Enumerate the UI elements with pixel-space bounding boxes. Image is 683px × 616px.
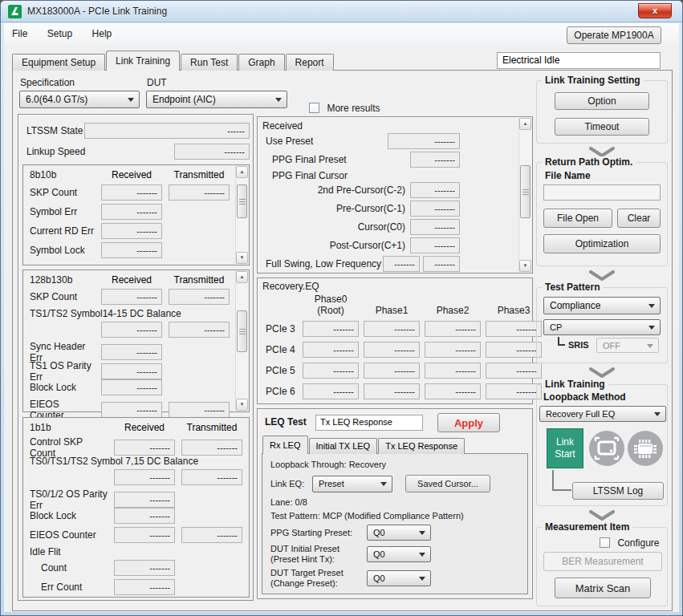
table-row: TS0/1/2 OS Parity Err ------- (30, 488, 242, 505)
table-row: PPG Final Preset ------- (262, 152, 460, 168)
table-row: Current RD Err ------- (30, 223, 230, 239)
link-training-page: Specification 6.0(64.0 GT/s) DUT Endpoin… (12, 70, 673, 611)
option-button[interactable]: Option (555, 92, 649, 110)
scroll-up-icon[interactable]: ▲ (519, 118, 531, 130)
idle-flit-label: Idle Flit (30, 546, 242, 559)
table-row: TS1 OS Parity Err ------- (30, 360, 230, 376)
row-label: PCIe 3 (262, 323, 298, 334)
dc-balance-label: TS1/TS2 Symbol14-15 DC Balance (30, 308, 230, 321)
configure-checkbox[interactable] (600, 537, 610, 548)
link-start-connector-line (552, 470, 571, 491)
lane-label: Lane: 0/8 (270, 497, 519, 507)
sris-select[interactable]: OFF (596, 338, 659, 353)
timeout-button[interactable]: Timeout (555, 118, 649, 136)
tab-run-test[interactable]: Run Test (181, 54, 238, 71)
file-name-textbox[interactable] (543, 184, 661, 201)
tab-rx-leq[interactable]: Rx LEQ (262, 436, 308, 454)
scroll-down-icon[interactable]: ▼ (519, 260, 531, 272)
1b1b-title: 1b1b (30, 422, 108, 433)
tab-tx-leq-response[interactable]: Tx LEQ Response (378, 438, 465, 454)
scroll-down-icon[interactable]: ▼ (236, 252, 248, 264)
clear-button[interactable]: Clear (617, 209, 661, 228)
menu-bar: File Setup Help Operate MP1900A (4, 23, 679, 46)
sris-connector-line (558, 337, 565, 346)
dut-target-preset-select[interactable]: Q0 (367, 570, 431, 586)
configure-option: Configure (600, 535, 659, 549)
menu-file[interactable]: File (4, 23, 35, 39)
scrollbar[interactable]: ▲ ▼ (518, 118, 531, 272)
scroll-up-icon[interactable]: ▲ (236, 166, 248, 178)
ber-measurement-button[interactable]: BER Measurement (543, 552, 662, 571)
row-label: PCIe 5 (262, 365, 298, 376)
table-row: Symbol Lock ------- (30, 242, 230, 258)
app-window: MX183000A - PCIe Link Training x File Se… (0, 0, 683, 616)
leq-test-panel: LEQ Test Tx LEQ Response Apply Rx LEQ In… (257, 408, 533, 599)
scrollbar[interactable]: ▲ ▼ (235, 166, 248, 264)
row-label: PCIe 4 (262, 344, 298, 355)
scroll-up-icon[interactable]: ▲ (236, 271, 248, 283)
optimization-button[interactable]: Optimization (543, 234, 661, 253)
ltssm-state-label: LTSSM State (26, 125, 83, 136)
linkup-speed-label: Linkup Speed (26, 146, 85, 157)
status-textbox[interactable]: Electrical Idle (497, 52, 661, 69)
table-row: 2nd Pre-Cursor(C-2) ------- (262, 182, 460, 198)
table-row: Control SKP Count ------- ------- (30, 436, 242, 452)
leq-tab-strip: Rx LEQ Initial TX LEQ Tx LEQ Response (262, 436, 465, 454)
8b10b-panel: 8b10b Received Transmitted SKP Count ---… (22, 164, 250, 265)
return-path-optim-group: Return Path Optim. File Name File Open C… (536, 162, 668, 266)
loopback-method-select[interactable]: Recovery Full EQ (539, 406, 666, 422)
tab-equipment-setup[interactable]: Equipment Setup (12, 54, 105, 71)
dropdown-arrow-icon (128, 98, 134, 102)
more-results-checkbox[interactable] (309, 103, 319, 113)
table-row: ------- ------- (30, 322, 230, 338)
table-row: Symbol Err ------- (30, 204, 230, 220)
tab-report[interactable]: Report (286, 54, 334, 71)
recovery-eq-title: Recovery.EQ (262, 281, 532, 292)
dropdown-arrow-icon (275, 98, 282, 102)
leq-mode-textbox[interactable]: Tx LEQ Response (315, 415, 423, 431)
dropdown-arrow-icon (419, 577, 425, 581)
table-row: SKP Count ------- ------- (30, 184, 230, 201)
tab-initial-tx-leq[interactable]: Initial TX LEQ (309, 438, 378, 454)
table-row: Block Lock ------- (30, 379, 230, 395)
table-row: Post-Cursor(C+1) ------- (262, 237, 460, 253)
dropdown-arrow-icon (648, 326, 655, 330)
pattern-sub-select[interactable]: CP (543, 319, 661, 335)
menu-help[interactable]: Help (84, 23, 120, 39)
operate-mp1900a-button[interactable]: Operate MP1900A (567, 26, 661, 44)
recovery-eq-panel: Recovery.EQ Phase0(Root) Phase1 Phase2 P… (257, 278, 533, 404)
link-training-group: Link Training Loopback Method Recovery F… (536, 384, 668, 506)
chip-icon (627, 430, 664, 467)
test-pattern-select[interactable]: Compliance (543, 297, 661, 314)
transmitted-column-header: Transmitted (169, 274, 230, 286)
link-eq-select[interactable]: Preset (312, 476, 392, 492)
ltssm-log-button[interactable]: LTSSM Log (572, 482, 664, 500)
measurement-item-legend: Measurement Item (542, 521, 632, 533)
matrix-scan-button[interactable]: Matrix Scan (555, 578, 651, 598)
phase2-header: Phase2 (425, 305, 481, 316)
close-icon[interactable]: x (638, 3, 672, 18)
table-row: Count ------- (30, 560, 242, 576)
specification-label: Specification (20, 77, 75, 88)
saved-cursor-button[interactable]: Saved Cursor... (405, 475, 490, 492)
title-bar[interactable]: MX183000A - PCIe Link Training x (1, 1, 682, 22)
window-body: File Setup Help Operate MP1900A Equipmen… (4, 23, 679, 612)
tab-link-training[interactable]: Link Training (106, 51, 180, 71)
row-label: PCIe 6 (262, 386, 298, 397)
menu-setup[interactable]: Setup (39, 23, 80, 39)
linkup-speed-value: ------- (174, 144, 250, 160)
specification-select[interactable]: 6.0(64.0 GT/s) (19, 91, 140, 108)
link-start-button[interactable]: LinkStart (547, 428, 583, 468)
dut-initial-preset-select[interactable]: Q0 (367, 546, 431, 562)
dut-select[interactable]: Endpoint (AIC) (146, 91, 287, 108)
tab-graph[interactable]: Graph (238, 54, 284, 71)
table-row: Cursor(C0) ------- (262, 219, 460, 235)
sris-label: SRIS (568, 340, 589, 350)
rx-leq-tab-content: Loopback Through: Recovery Link EQ: Pres… (262, 453, 528, 594)
apply-button[interactable]: Apply (437, 413, 500, 432)
ppg-starting-preset-select[interactable]: Q0 (367, 525, 431, 541)
scrollbar[interactable]: ▲ ▼ (235, 271, 248, 411)
test-pattern-legend: Test Pattern (542, 282, 603, 293)
scroll-down-icon[interactable]: ▼ (236, 399, 248, 411)
file-open-button[interactable]: File Open (543, 209, 612, 228)
